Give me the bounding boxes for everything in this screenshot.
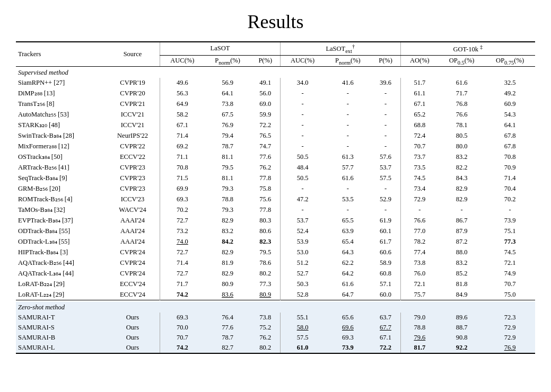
table-cell: 81.7 bbox=[400, 343, 439, 353]
table-cell: 61.6 bbox=[325, 173, 371, 183]
tracker-source: Ours bbox=[106, 333, 160, 343]
table-cell: 68.8 bbox=[400, 120, 439, 130]
table-cell: 65.2 bbox=[400, 109, 439, 120]
tracker-name: ROMTrack-B₂₅₆ [4] bbox=[16, 194, 106, 204]
table-cell: 52.7 bbox=[280, 268, 325, 279]
table-cell: 76.9 bbox=[485, 343, 535, 353]
table-cell: 69.9 bbox=[160, 183, 205, 194]
table-cell: 49.2 bbox=[485, 88, 535, 99]
tracker-source: CVPR'23 bbox=[106, 173, 160, 183]
table-cell: 71.5 bbox=[160, 173, 205, 183]
table-cell: 70.9 bbox=[485, 162, 535, 173]
table-row: SwinTrack-B₃₈₄ [28]NeurIPS'2271.479.476.… bbox=[16, 130, 535, 141]
tracker-source: WACV'24 bbox=[106, 204, 160, 215]
table-cell: 72.2 bbox=[251, 120, 281, 130]
table-cell: 65.5 bbox=[325, 215, 371, 226]
table-cell: 70.8 bbox=[485, 152, 535, 162]
table-cell: 73.2 bbox=[160, 226, 205, 236]
table-cell: - bbox=[371, 88, 400, 99]
table-row: EVPTrack-B₃₈₄ [37]AAAI'2472.782.980.353.… bbox=[16, 215, 535, 226]
table-row: ODTrack-B₃₈₄ [55]AAAI'2473.283.280.652.4… bbox=[16, 226, 535, 236]
table-cell: 80.9 bbox=[251, 289, 281, 300]
table-cell: 76.6 bbox=[400, 215, 439, 226]
table-cell: 53.7 bbox=[280, 215, 325, 226]
tracker-name: SwinTrack-B₃₈₄ [28] bbox=[16, 130, 106, 141]
table-cell: 47.2 bbox=[280, 194, 325, 204]
tracker-name: SAMURAI-L bbox=[16, 343, 106, 353]
table-cell: 79.3 bbox=[205, 183, 251, 194]
table-cell: - bbox=[371, 99, 400, 109]
got10k-ao-header: AO(%) bbox=[400, 55, 439, 67]
zero-shot-section-label-row: Zero-shot method bbox=[16, 301, 535, 313]
lasot-p-header: P(%) bbox=[251, 55, 281, 67]
table-cell: 80.0 bbox=[439, 141, 485, 152]
table-cell: 72.1 bbox=[485, 257, 535, 268]
table-cell: 77.8 bbox=[251, 173, 281, 183]
table-cell: 61.1 bbox=[400, 88, 439, 99]
table-row: SAMURAI-BOurs70.778.776.257.569.367.179.… bbox=[16, 333, 535, 343]
table-cell: 77.0 bbox=[400, 226, 439, 236]
lasotext-auc-header: AUC(%) bbox=[280, 55, 325, 67]
table-cell: 72.7 bbox=[160, 268, 205, 279]
table-cell: 51.2 bbox=[280, 257, 325, 268]
tracker-name: ODTrack-L₃₈₄ [55] bbox=[16, 236, 106, 247]
table-cell: 81.1 bbox=[205, 152, 251, 162]
table-cell: 73.9 bbox=[325, 343, 371, 353]
table-cell: - bbox=[325, 183, 371, 194]
table-cell: 77.3 bbox=[251, 279, 281, 289]
tracker-source: CVPR'23 bbox=[106, 183, 160, 194]
table-cell: 74.2 bbox=[160, 343, 205, 353]
table-row: TaMOs-B₃₈₄ [32]WACV'2470.279.377.8------ bbox=[16, 204, 535, 215]
table-cell: 67.8 bbox=[485, 141, 535, 152]
tracker-source: CVPR'24 bbox=[106, 257, 160, 268]
table-cell: 82.2 bbox=[439, 162, 485, 173]
table-cell: 58.0 bbox=[280, 323, 325, 333]
table-cell: 71.1 bbox=[160, 152, 205, 162]
table-cell: 82.9 bbox=[439, 194, 485, 204]
table-row: SeqTrack-B₃₈₄ [9]CVPR'2371.581.177.850.5… bbox=[16, 173, 535, 183]
table-cell: 72.3 bbox=[485, 313, 535, 323]
tracker-name: SeqTrack-B₃₈₄ [9] bbox=[16, 173, 106, 183]
table-cell: 87.2 bbox=[439, 236, 485, 247]
tracker-name: OSTrack₃₈₄ [50] bbox=[16, 152, 106, 162]
table-cell: 64.7 bbox=[325, 289, 371, 300]
table-cell: 34.0 bbox=[280, 78, 325, 88]
table-cell: 86.7 bbox=[439, 215, 485, 226]
table-cell: 79.0 bbox=[400, 313, 439, 323]
lasotext-pnorm-header: Pnorm(%) bbox=[325, 55, 371, 67]
lasot-auc-header: AUC(%) bbox=[160, 55, 205, 67]
table-cell: 85.2 bbox=[439, 268, 485, 279]
tracker-source: ECCV'24 bbox=[106, 279, 160, 289]
table-cell: 72.9 bbox=[485, 323, 535, 333]
got10k-op075-header: OP0.75(%) bbox=[485, 55, 535, 67]
table-cell: - bbox=[280, 99, 325, 109]
tracker-source: AAAI'24 bbox=[106, 215, 160, 226]
table-cell: 73.7 bbox=[400, 152, 439, 162]
tracker-source: NeurIPS'22 bbox=[106, 130, 160, 141]
table-cell: 81.9 bbox=[205, 257, 251, 268]
table-cell: 80.3 bbox=[251, 215, 281, 226]
header-row: Trackers Source LaSOT LaSOText† GOT-10k … bbox=[16, 42, 535, 55]
table-cell: 61.6 bbox=[325, 279, 371, 289]
table-cell: 70.2 bbox=[160, 204, 205, 215]
tracker-name: HIPTrack-B₃₈₄ [3] bbox=[16, 247, 106, 257]
table-cell: - bbox=[325, 204, 371, 215]
table-cell: 57.5 bbox=[371, 173, 400, 183]
table-cell: 60.9 bbox=[485, 99, 535, 109]
table-cell: 73.4 bbox=[400, 183, 439, 194]
tracker-source: ICCV'21 bbox=[106, 120, 160, 130]
tracker-source: Ours bbox=[106, 313, 160, 323]
table-cell: 72.9 bbox=[400, 194, 439, 204]
table-cell: - bbox=[325, 109, 371, 120]
table-cell: 50.5 bbox=[280, 173, 325, 183]
table-cell: 71.4 bbox=[160, 257, 205, 268]
tracker-source: AAAI'24 bbox=[106, 226, 160, 236]
zero-shot-section-label: Zero-shot method bbox=[16, 301, 535, 313]
table-cell: 74.5 bbox=[485, 247, 535, 257]
table-cell: 72.7 bbox=[160, 247, 205, 257]
table-cell: 41.6 bbox=[325, 78, 371, 88]
table-cell: - bbox=[325, 88, 371, 99]
table-cell: 39.6 bbox=[371, 78, 400, 88]
table-cell: 82.9 bbox=[439, 183, 485, 194]
tracker-name: LoRAT-B₂₂₄ [29] bbox=[16, 279, 106, 289]
